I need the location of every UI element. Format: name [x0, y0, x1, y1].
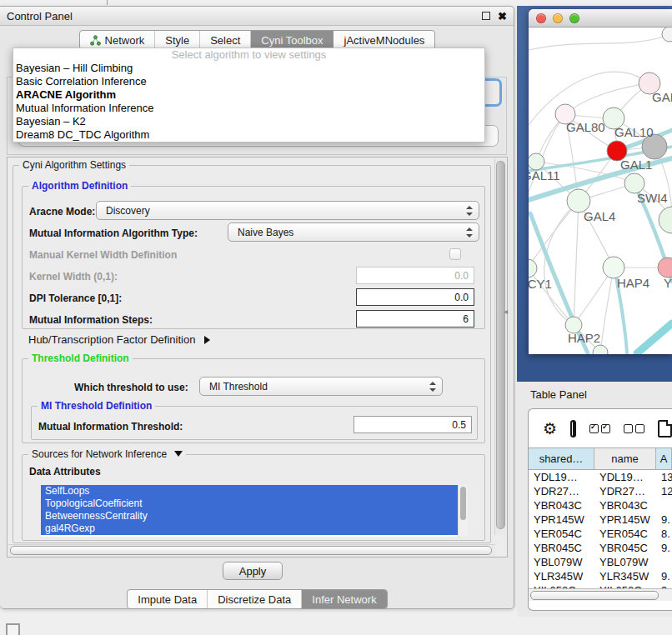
- settings-horizontal-scrollbar[interactable]: [8, 544, 495, 556]
- table-row[interactable]: YLR345WYLR345W9.: [529, 569, 672, 583]
- settings-scrollpane: Cyni Algorithm Settings Algorithm Defini…: [7, 157, 508, 558]
- network-node-unlabeled[interactable]: [659, 207, 672, 233]
- aracne-mode-select[interactable]: Discovery: [96, 201, 479, 220]
- table-cell: YPR145W: [529, 513, 594, 526]
- mi-steps-input[interactable]: [356, 310, 474, 328]
- column-header-name[interactable]: name: [594, 448, 656, 469]
- mi-steps-label: Mutual Information Steps:: [29, 314, 153, 326]
- node-label-gal10: GAL10: [614, 125, 654, 139]
- table-cell: 9.: [656, 513, 672, 526]
- table-row[interactable]: YDL19…YDL19…13: [529, 470, 672, 484]
- network-node-gal11[interactable]: [529, 153, 544, 170]
- export-table-icon[interactable]: [658, 420, 672, 438]
- algorithm-option-basic-correlation-inference[interactable]: Basic Correlation Inference: [13, 75, 484, 88]
- which-threshold-select[interactable]: MI Threshold: [199, 377, 443, 396]
- panel-splitter-handle[interactable]: ◂: [504, 307, 508, 316]
- attribute-item-topologicalcoefficient[interactable]: TopologicalCoefficient: [41, 498, 459, 510]
- table-row[interactable]: YBL079WYBL079W: [529, 555, 672, 569]
- attributes-scrollbar[interactable]: [458, 485, 468, 537]
- threshold-definition-title: Threshold Definition: [28, 352, 133, 364]
- settings-vertical-scrollbar[interactable]: [494, 158, 506, 535]
- float-window-icon[interactable]: [482, 12, 490, 20]
- palette-grip-icon[interactable]: [6, 623, 20, 635]
- algorithm-definition-group: Algorithm Definition Aracne Mode: Discov…: [22, 186, 485, 329]
- apply-button[interactable]: Apply: [223, 562, 283, 580]
- table-horizontal-scrollbar[interactable]: [529, 588, 672, 601]
- table-cell: YLR345W: [594, 570, 656, 582]
- stepper-arrows-icon: [466, 228, 473, 238]
- table-row[interactable]: YER054CYER054C8.: [529, 527, 672, 541]
- table-row[interactable]: YDR27…YDR27…12: [529, 484, 672, 498]
- expander-arrow-down-icon: [174, 451, 183, 457]
- tab-discretize-data[interactable]: Discretize Data: [207, 590, 301, 608]
- table-cell: YDL19…: [594, 471, 656, 483]
- sources-group-title[interactable]: Sources for Network Inference: [28, 448, 186, 460]
- table-cell: YPR145W: [594, 513, 656, 526]
- network-node-gcy1[interactable]: [529, 259, 537, 278]
- aracne-mode-label: Aracne Mode:: [29, 206, 95, 218]
- network-node-unlabeled[interactable]: [593, 345, 608, 354]
- column-header-shared[interactable]: shared…: [529, 448, 594, 469]
- close-traffic-light-icon[interactable]: [536, 13, 546, 23]
- select-all-checkboxes-icon[interactable]: [589, 424, 610, 433]
- hub-tf-definition-expander[interactable]: Hub/Transcription Factor Definition: [28, 333, 210, 346]
- table-cell: YBL079W: [594, 556, 656, 568]
- stepper-arrows-icon: [429, 382, 436, 392]
- tab-select[interactable]: Select: [199, 31, 250, 49]
- mi-threshold-label: Mutual Information Threshold:: [38, 421, 183, 432]
- settings-horizontal-scrollbar-thumb[interactable]: [10, 546, 492, 555]
- settings-vertical-scrollbar-thumb[interactable]: [496, 161, 505, 529]
- attributes-scrollbar-thumb[interactable]: [460, 487, 466, 520]
- close-window-icon[interactable]: ✖: [498, 11, 507, 22]
- mi-threshold-group-title: MI Threshold Definition: [38, 400, 155, 412]
- algorithm-option-bayesian-hill-climbing[interactable]: Bayesian – Hill Climbing: [13, 62, 484, 75]
- expander-arrow-right-icon: [204, 336, 210, 344]
- tab-jactivemnodules[interactable]: jActiveMNodules: [333, 31, 435, 49]
- table-row[interactable]: YBR043CYBR043C: [529, 498, 672, 512]
- deselect-all-checkboxes-icon[interactable]: [624, 424, 644, 433]
- tab-infer-network[interactable]: Infer Network: [301, 590, 386, 608]
- tab-style[interactable]: Style: [154, 31, 199, 49]
- table-horizontal-scrollbar-thumb[interactable]: [530, 591, 659, 600]
- network-edge: [574, 201, 579, 325]
- algorithm-option-aracne-algorithm[interactable]: ARACNE Algorithm: [13, 88, 484, 102]
- mi-type-select[interactable]: Naive Bayes: [228, 222, 479, 242]
- table-toolbar: ⚙: [529, 409, 672, 448]
- tab-cyni-toolbox[interactable]: Cyni Toolbox: [250, 31, 333, 49]
- zoom-traffic-light-icon[interactable]: [569, 13, 579, 23]
- gear-icon[interactable]: ⚙: [543, 421, 557, 437]
- node-label-gal4: GAL4: [584, 209, 615, 223]
- algorithm-definition-title: Algorithm Definition: [28, 180, 131, 192]
- column-header-a[interactable]: A: [656, 448, 672, 469]
- network-node-y[interactable]: [658, 258, 672, 278]
- algorithm-option-dream8-dc-tdc-algorithm[interactable]: Dream8 DC_TDC Algorithm: [13, 128, 484, 142]
- attribute-item-selfloops[interactable]: SelfLoops: [41, 485, 459, 498]
- network-window-titlebar: [529, 9, 672, 28]
- algorithm-option-bayesian-k2[interactable]: Bayesian – K2: [13, 115, 484, 128]
- table-row[interactable]: YPR145WYPR145W9.: [529, 512, 672, 527]
- table-cell: YDR27…: [529, 485, 594, 498]
- table-cell: YLR345W: [529, 570, 594, 582]
- tab-network[interactable]: Network: [80, 31, 155, 49]
- table-cell: YBL079W: [529, 556, 594, 568]
- tab-label: Cyni Toolbox: [261, 34, 323, 47]
- algorithm-option-mutual-information-inference[interactable]: Mutual Information Inference: [13, 102, 484, 115]
- minimize-traffic-light-icon[interactable]: [553, 13, 563, 23]
- attribute-item-betweennesscentrality[interactable]: BetweennessCentrality: [41, 510, 459, 522]
- tab-impute-data[interactable]: Impute Data: [128, 590, 207, 608]
- columns-icon[interactable]: [570, 420, 576, 438]
- mi-threshold-input[interactable]: [354, 416, 472, 433]
- attribute-item-gal4rgexp[interactable]: gal4RGexp: [41, 522, 459, 535]
- table-header-row: shared…nameA: [529, 448, 672, 470]
- mi-threshold-group: MI Threshold Definition Mutual Informati…: [31, 406, 478, 440]
- dpi-tolerance-input[interactable]: [356, 288, 474, 306]
- bottom-tab-bar: Impute DataDiscretize DataInfer Network: [127, 589, 387, 609]
- table-cell: 13: [656, 471, 672, 483]
- network-view-window: GALGAL80GAL10GAL1GAL11SWI4GAL4HAP4YGCY1H…: [529, 9, 672, 354]
- manual-kernel-checkbox[interactable]: [449, 248, 461, 260]
- checked-box-icon: [589, 424, 599, 433]
- network-node-unlabeled[interactable]: [662, 28, 672, 42]
- network-canvas[interactable]: GALGAL80GAL10GAL1GAL11SWI4GAL4HAP4YGCY1H…: [529, 28, 672, 354]
- table-row[interactable]: YBR045CYBR045C9.: [529, 541, 672, 555]
- kernel-width-input[interactable]: [356, 267, 474, 284]
